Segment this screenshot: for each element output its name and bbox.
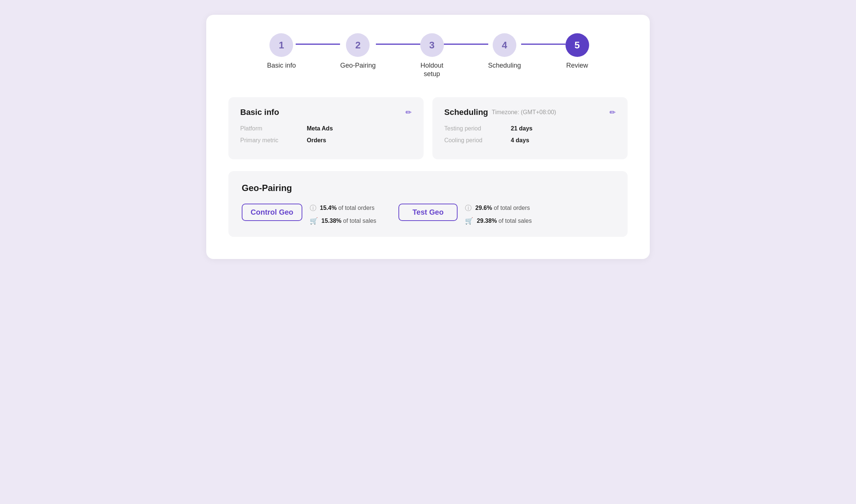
step-circle-5: 5 [565, 33, 589, 57]
info-cards-row: Basic info ✏ Platform Meta Ads Primary m… [228, 97, 628, 159]
step-1: 1 Basic info [267, 33, 296, 70]
test-sales-icon: 🛒 [465, 217, 473, 225]
connector-line-4 [521, 44, 565, 45]
step-4: 4 Scheduling [488, 33, 521, 70]
control-geo-badge: Control Geo [242, 204, 302, 221]
platform-label: Platform [240, 125, 292, 132]
connector-1-2 [296, 44, 340, 45]
control-orders-icon: ⓘ [310, 204, 316, 212]
connector-2-3 [376, 44, 420, 45]
stepper: 1 Basic info 2 Geo-Pairing 3 Holdoutsetu… [228, 33, 628, 79]
control-stat-orders: ⓘ 15.4% of total orders [310, 204, 377, 212]
connector-4-5 [521, 44, 565, 45]
basic-info-edit-icon[interactable]: ✏ [405, 108, 412, 117]
step-number-1: 1 [279, 40, 284, 51]
step-3: 3 Holdoutsetup [420, 33, 444, 79]
primary-metric-label: Primary metric [240, 137, 292, 144]
cooling-period-value: 4 days [511, 137, 529, 144]
step-label-3: Holdoutsetup [420, 61, 443, 79]
test-geo-group: Test Geo ⓘ 29.6% of total orders 🛒 29.38… [398, 204, 532, 225]
geo-pairs-row: Control Geo ⓘ 15.4% of total orders 🛒 15… [242, 204, 614, 225]
test-stat-sales: 🛒 29.38% of total sales [465, 217, 532, 225]
step-5: 5 Review [565, 33, 589, 70]
basic-info-header: Basic info ✏ [240, 108, 412, 117]
test-sales-value: 29.38% of total sales [477, 218, 532, 224]
step-circle-3: 3 [420, 33, 444, 57]
scheduling-timezone: Timezone: (GMT+08:00) [492, 109, 556, 116]
basic-info-card: Basic info ✏ Platform Meta Ads Primary m… [228, 97, 424, 159]
scheduling-card: Scheduling Timezone: (GMT+08:00) ✏ Testi… [432, 97, 628, 159]
control-sales-value: 15.38% of total sales [322, 218, 377, 224]
testing-period-label: Testing period [444, 125, 496, 132]
connector-line-1 [296, 44, 340, 45]
step-2: 2 Geo-Pairing [340, 33, 376, 70]
control-geo-stats: ⓘ 15.4% of total orders 🛒 15.38% of tota… [310, 204, 377, 225]
control-orders-value: 15.4% of total orders [320, 205, 375, 211]
step-number-4: 4 [502, 40, 507, 51]
control-geo-group: Control Geo ⓘ 15.4% of total orders 🛒 15… [242, 204, 376, 225]
step-label-1: Basic info [267, 61, 296, 70]
test-geo-stats: ⓘ 29.6% of total orders 🛒 29.38% of tota… [465, 204, 532, 225]
test-orders-value: 29.6% of total orders [475, 205, 530, 211]
connector-3-4 [444, 44, 488, 45]
scheduling-title: Scheduling [444, 108, 488, 117]
connector-line-2 [376, 44, 420, 45]
connector-line-3 [444, 44, 488, 45]
primary-metric-row: Primary metric Orders [240, 137, 412, 144]
step-label-4: Scheduling [488, 61, 521, 70]
control-sales-icon: 🛒 [310, 217, 318, 225]
geo-pairing-title: Geo-Pairing [242, 183, 614, 193]
cooling-period-label: Cooling period [444, 137, 496, 144]
step-label-5: Review [566, 61, 588, 70]
platform-value: Meta Ads [307, 125, 333, 132]
testing-period-row: Testing period 21 days [444, 125, 616, 132]
step-number-3: 3 [429, 40, 434, 51]
step-circle-1: 1 [269, 33, 293, 57]
step-circle-2: 2 [346, 33, 370, 57]
step-number-5: 5 [574, 40, 580, 51]
step-label-2: Geo-Pairing [340, 61, 376, 70]
test-stat-orders: ⓘ 29.6% of total orders [465, 204, 532, 212]
control-stat-sales: 🛒 15.38% of total sales [310, 217, 377, 225]
platform-row: Platform Meta Ads [240, 125, 412, 132]
step-circle-4: 4 [493, 33, 516, 57]
test-orders-icon: ⓘ [465, 204, 472, 212]
cooling-period-row: Cooling period 4 days [444, 137, 616, 144]
step-number-2: 2 [355, 40, 360, 51]
main-card: 1 Basic info 2 Geo-Pairing 3 Holdoutsetu… [206, 15, 650, 259]
scheduling-title-wrap: Scheduling Timezone: (GMT+08:00) [444, 108, 556, 117]
test-geo-badge: Test Geo [398, 204, 458, 221]
testing-period-value: 21 days [511, 125, 533, 132]
basic-info-title: Basic info [240, 108, 279, 117]
scheduling-header: Scheduling Timezone: (GMT+08:00) ✏ [444, 108, 616, 117]
primary-metric-value: Orders [307, 137, 326, 144]
scheduling-edit-icon[interactable]: ✏ [609, 108, 616, 117]
geo-pairing-section: Geo-Pairing Control Geo ⓘ 15.4% of total… [228, 171, 628, 237]
